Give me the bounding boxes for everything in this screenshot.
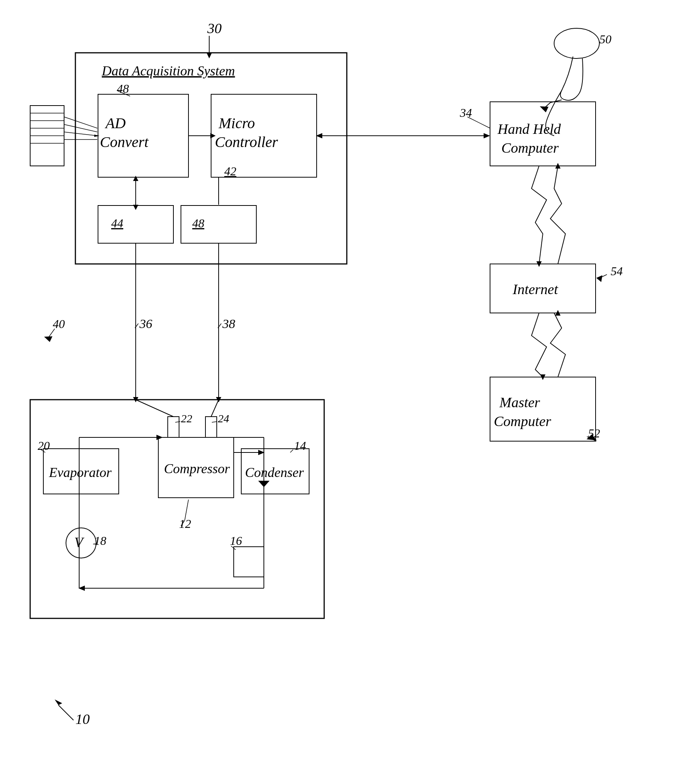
svg-line-28 <box>64 132 97 136</box>
svg-text:10: 10 <box>75 711 90 727</box>
diagram-container: 10 Data Acquisition System 30 AD Convert… <box>0 0 700 779</box>
svg-line-26 <box>64 117 97 128</box>
svg-marker-113 <box>540 106 548 112</box>
svg-text:V: V <box>74 534 85 550</box>
svg-text:20: 20 <box>38 439 50 452</box>
svg-text:50: 50 <box>599 32 612 46</box>
svg-text:24: 24 <box>218 412 229 425</box>
svg-rect-81 <box>205 417 217 437</box>
svg-text:48: 48 <box>192 217 204 230</box>
svg-text:Convert: Convert <box>100 133 149 150</box>
svg-text:44: 44 <box>111 217 123 230</box>
svg-marker-30 <box>94 135 100 137</box>
svg-text:Master: Master <box>499 394 540 410</box>
svg-text:36: 36 <box>139 317 152 331</box>
svg-line-85 <box>211 400 218 417</box>
svg-rect-0 <box>30 400 324 618</box>
svg-text:38: 38 <box>222 317 235 331</box>
svg-text:16: 16 <box>230 534 242 547</box>
svg-text:22: 22 <box>181 412 192 425</box>
svg-text:14: 14 <box>294 439 306 452</box>
svg-line-27 <box>64 124 97 132</box>
svg-text:Internet: Internet <box>512 281 558 297</box>
svg-text:30: 30 <box>207 20 222 36</box>
svg-marker-92 <box>483 133 490 138</box>
svg-line-70 <box>290 449 293 452</box>
svg-text:54: 54 <box>611 264 623 278</box>
svg-marker-37 <box>133 205 138 210</box>
svg-line-77 <box>93 544 96 544</box>
svg-line-84 <box>136 400 173 417</box>
svg-marker-8 <box>207 53 212 58</box>
svg-text:Micro: Micro <box>218 115 255 132</box>
svg-text:42: 42 <box>224 164 237 178</box>
svg-marker-3 <box>55 699 62 705</box>
svg-text:Data Acquisition System: Data Acquisition System <box>102 63 235 78</box>
svg-text:18: 18 <box>94 534 106 547</box>
svg-marker-98 <box>596 275 602 282</box>
svg-line-90 <box>467 117 490 128</box>
svg-rect-71 <box>234 547 264 577</box>
svg-marker-55 <box>258 481 270 487</box>
svg-marker-36 <box>133 176 138 181</box>
svg-text:AD: AD <box>104 115 125 132</box>
svg-text:40: 40 <box>53 317 65 331</box>
svg-text:Computer: Computer <box>494 413 551 429</box>
svg-text:Evaporator: Evaporator <box>48 465 112 480</box>
svg-line-80 <box>175 422 180 422</box>
svg-text:Condenser: Condenser <box>245 465 304 480</box>
svg-marker-116 <box>44 336 52 342</box>
svg-text:Compressor: Compressor <box>164 461 230 476</box>
svg-line-83 <box>212 422 217 422</box>
svg-text:34: 34 <box>460 106 472 120</box>
svg-line-2 <box>58 705 73 720</box>
svg-text:Computer: Computer <box>502 140 558 156</box>
svg-point-109 <box>554 28 599 58</box>
svg-rect-31 <box>98 205 173 243</box>
svg-text:Controller: Controller <box>215 133 278 150</box>
svg-rect-78 <box>168 417 179 437</box>
